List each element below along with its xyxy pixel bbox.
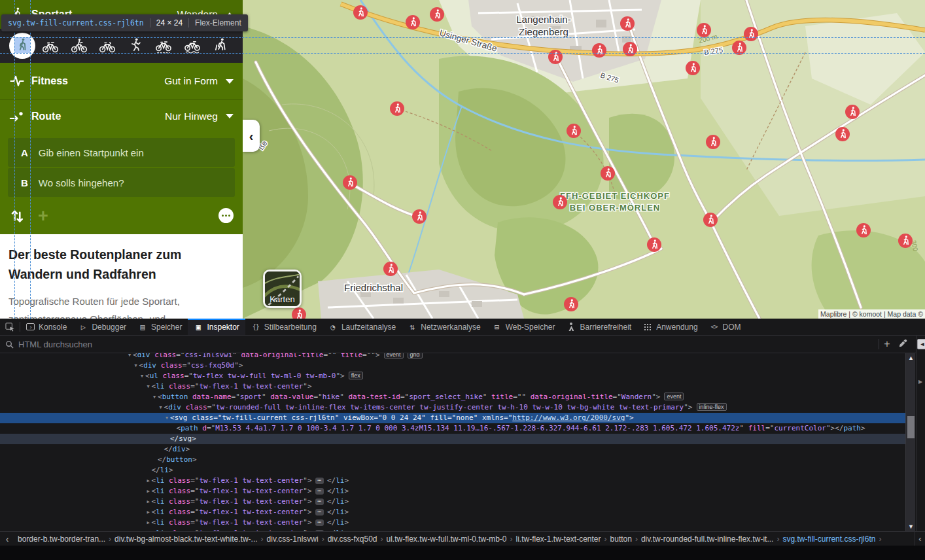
map-layers-button[interactable]: Karten	[263, 270, 302, 308]
hiking-highlight-marker[interactable]	[406, 15, 420, 29]
tab-konsole[interactable]: ›Konsole	[20, 319, 73, 335]
markup-node[interactable]: ▼<div class="tw-rounded-full tw-inline-f…	[0, 402, 905, 413]
hiking-highlight-marker[interactable]	[620, 16, 635, 31]
expand-arrow-icon[interactable]: ▶	[145, 517, 152, 528]
breadcrumb-item[interactable]: div.tw-rounded-full.tw-inline-flex.tw-it…	[638, 534, 777, 544]
hiking-highlight-marker[interactable]	[697, 23, 711, 37]
markup-scrollbar[interactable]: ▲ ▼	[905, 353, 915, 531]
search-input[interactable]	[18, 340, 879, 349]
tab-anwendung[interactable]: Anwendung	[637, 319, 703, 335]
markup-node[interactable]: ▶<li class="tw-flex-1 tw-text-center">⋯<…	[0, 507, 905, 517]
markup-node[interactable]: ▼<ul class="tw-flex tw-w-full tw-ml-0 tw…	[0, 371, 905, 381]
markup-node[interactable]: </button>	[0, 455, 905, 465]
add-node-button[interactable]: +	[879, 338, 895, 350]
collapsed-content-badge[interactable]: ⋯	[315, 519, 324, 526]
add-waypoint-button[interactable]: +	[38, 209, 48, 222]
hiking-highlight-marker[interactable]	[412, 209, 427, 224]
markup-node[interactable]: ▼<li class="tw-flex-1 tw-text-center">	[0, 381, 905, 392]
hiking-highlight-marker[interactable]	[686, 61, 700, 75]
hiking-highlight-marker[interactable]	[343, 175, 357, 190]
expand-arrow-icon[interactable]: ▶	[145, 507, 152, 517]
hiking-highlight-marker[interactable]	[623, 42, 637, 56]
tab-barrierefreiheit[interactable]: Barrierefreiheit	[561, 319, 637, 335]
map-canvas[interactable]: Usinger Straße Langenhain- Ziegenberg B …	[243, 0, 925, 319]
markup-node[interactable]: ▶<li class="tw-flex-1 tw-text-center">⋯<…	[0, 486, 905, 497]
inline-flex-badge[interactable]: inline-flex	[697, 403, 727, 411]
hiking-highlight-marker[interactable]	[744, 27, 758, 41]
event-badge[interactable]: event	[664, 393, 684, 400]
sidebar-splitter[interactable]: ▶	[916, 336, 925, 531]
destination-field[interactable]: B Wo solls hingehen?	[8, 168, 235, 197]
sport-button-roadbike[interactable]	[94, 33, 120, 59]
collapse-arrow-icon[interactable]: ▼	[145, 381, 152, 392]
eyedropper-button[interactable]	[895, 338, 911, 350]
markup-node[interactable]: ▼<button data-name="sport" data-value="h…	[0, 392, 905, 402]
hiking-highlight-marker[interactable]	[553, 195, 567, 209]
breadcrumb-scroll-left-button[interactable]: ‹	[0, 534, 14, 544]
pick-element-button[interactable]	[0, 319, 20, 335]
tab-laufzeitanalyse[interactable]: ◔Laufzeitanalyse	[323, 319, 402, 335]
collapsed-content-badge[interactable]: ⋯	[315, 488, 324, 495]
hiking-highlight-marker[interactable]	[564, 297, 578, 311]
collapse-arrow-icon[interactable]: ▼	[151, 392, 158, 402]
breadcrumb-item[interactable]: ul.tw-flex.tw-w-full.tw-ml-0.tw-mb-0	[383, 534, 510, 544]
fitness-row[interactable]: Fitness Gut in Form	[0, 63, 243, 99]
sport-button-enduro-mtb[interactable]	[179, 33, 205, 59]
tab-netzwerkanalyse[interactable]: ⇅Netzwerkanalyse	[402, 319, 486, 335]
collapse-arrow-icon[interactable]: ▼	[158, 402, 164, 413]
markup-node[interactable]: </div>	[0, 444, 905, 455]
route-row[interactable]: Route Nur Hinweg	[0, 99, 243, 132]
tab-web-speicher[interactable]: ⊟Web-Speicher	[487, 319, 561, 335]
flex-badge[interactable]: flex	[349, 372, 363, 379]
tab-inspektor[interactable]: ▣Inspektor	[188, 319, 245, 335]
breadcrumb-item[interactable]: li.tw-flex-1.tw-text-center	[513, 534, 604, 544]
scroll-down-arrow-icon[interactable]: ▼	[906, 522, 916, 531]
scroll-up-arrow-icon[interactable]: ▲	[906, 353, 916, 362]
hiking-highlight-marker[interactable]	[390, 101, 404, 116]
collapse-panel-button[interactable]: ‹	[243, 120, 260, 152]
expand-arrow-icon[interactable]: ▶	[145, 486, 152, 497]
breadcrumb-item[interactable]: svg.tw-fill-current.css-rjl6tn	[779, 534, 879, 544]
sport-button-mountainbike[interactable]	[66, 33, 92, 59]
start-point-field[interactable]: A Gib einen Startpunkt ein	[8, 138, 235, 167]
markup-node[interactable]: </svg>	[0, 434, 905, 444]
hiking-highlight-marker[interactable]	[567, 124, 581, 138]
sport-button-bike-touring[interactable]	[37, 33, 63, 59]
hiking-highlight-marker[interactable]	[898, 234, 913, 248]
breadcrumb-item[interactable]: div.tw-bg-almost-black.tw-text-white.tw-…	[111, 534, 261, 544]
breadcrumb-item[interactable]: div.css-fxq50d	[324, 534, 381, 544]
expand-sidebar-icon[interactable]: ▶	[918, 379, 922, 385]
sport-button-running[interactable]	[122, 33, 148, 59]
hiking-highlight-marker[interactable]	[430, 7, 444, 22]
hiking-highlight-marker[interactable]	[548, 50, 563, 64]
hiking-highlight-marker[interactable]	[703, 213, 718, 227]
hiking-highlight-marker[interactable]	[835, 127, 850, 141]
more-options-button[interactable]	[218, 208, 234, 223]
scrollbar-thumb[interactable]	[907, 416, 915, 438]
hiking-highlight-marker[interactable]	[647, 237, 661, 252]
hiking-highlight-marker[interactable]	[706, 135, 720, 149]
hiking-highlight-marker[interactable]	[601, 166, 615, 181]
sport-button-mountaineering[interactable]	[207, 33, 234, 59]
collapse-arrow-icon[interactable]: ▼	[133, 360, 139, 371]
markup-node[interactable]: ▶<li class="tw-flex-1 tw-text-center">⋯<…	[0, 476, 905, 486]
markup-node[interactable]: ▼<div class="css-fxq50d">	[0, 360, 905, 371]
hiking-highlight-marker[interactable]	[856, 223, 871, 237]
markup-node[interactable]: ▶<li class="tw-flex-1 tw-text-center">⋯<…	[0, 497, 905, 507]
collapse-arrow-icon[interactable]: ▼	[164, 413, 170, 423]
breadcrumb-scroll-right-button[interactable]: ‹	[915, 532, 925, 546]
collapse-arrow-icon[interactable]: ▼	[126, 353, 133, 360]
markup-node[interactable]: ▼<div class="css-1nlsvwi" data-original-…	[0, 353, 905, 360]
markup-node[interactable]: </li>	[0, 465, 905, 476]
expand-arrow-icon[interactable]: ▶	[145, 497, 152, 507]
markup-node[interactable]: ▼<svg class="tw-fill-current css-rjl6tn"…	[0, 413, 905, 423]
collapsed-content-badge[interactable]: ⋯	[315, 478, 324, 484]
expand-arrow-icon[interactable]: ▶	[145, 476, 152, 486]
markup-view[interactable]: ▼<div class="css-1nlsvwi" data-original-…	[0, 353, 905, 531]
tab-speicher[interactable]: ▤Speicher	[132, 319, 188, 335]
hiking-highlight-marker[interactable]	[845, 105, 860, 119]
breadcrumb-item[interactable]: div.css-1nlsvwi	[264, 534, 322, 544]
tab-dom[interactable]: <>DOM	[704, 319, 747, 335]
collapsed-content-badge[interactable]: ⋯	[315, 509, 324, 516]
grid-badge[interactable]: grid	[408, 353, 423, 359]
